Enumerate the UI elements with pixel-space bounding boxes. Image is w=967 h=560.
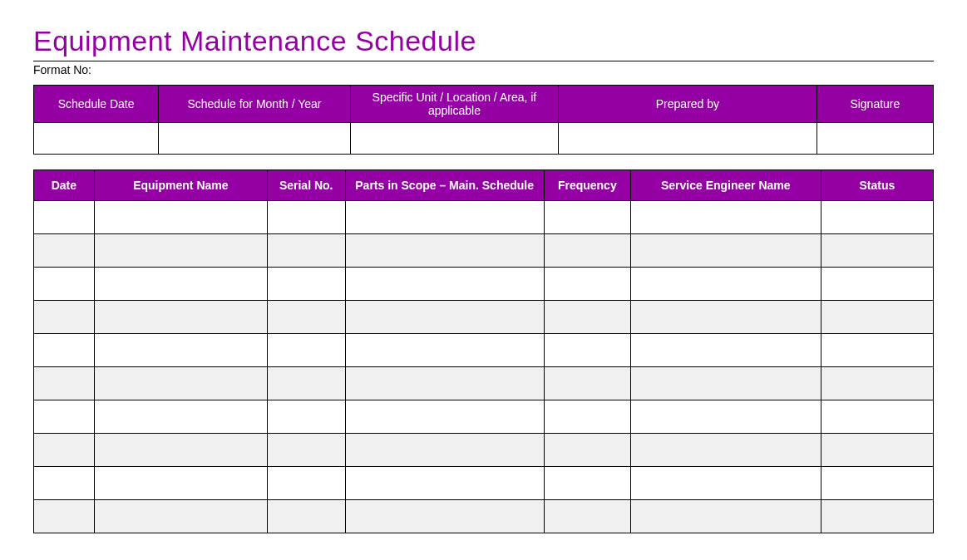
cell-date[interactable] bbox=[34, 234, 95, 268]
cell-frequency[interactable] bbox=[544, 268, 630, 301]
table-row bbox=[34, 234, 934, 268]
cell-serial[interactable] bbox=[267, 400, 345, 434]
cell-frequency[interactable] bbox=[544, 467, 630, 500]
meta-header-signature: Signature bbox=[817, 86, 933, 123]
cell-status[interactable] bbox=[821, 334, 933, 367]
meta-header-schedule-for: Schedule for Month / Year bbox=[159, 86, 350, 123]
cell-engineer[interactable] bbox=[630, 467, 821, 500]
cell-serial[interactable] bbox=[267, 467, 345, 500]
cell-date[interactable] bbox=[34, 434, 95, 467]
cell-frequency[interactable] bbox=[544, 234, 630, 268]
cell-engineer[interactable] bbox=[630, 500, 821, 533]
cell-serial[interactable] bbox=[267, 234, 345, 268]
meta-header-prepared-by: Prepared by bbox=[559, 86, 817, 123]
cell-serial[interactable] bbox=[267, 367, 345, 400]
cell-frequency[interactable] bbox=[544, 367, 630, 400]
cell-date[interactable] bbox=[34, 467, 95, 500]
cell-frequency[interactable] bbox=[544, 334, 630, 367]
cell-parts[interactable] bbox=[345, 201, 544, 234]
main-header-equipment: Equipment Name bbox=[94, 170, 267, 201]
cell-equipment[interactable] bbox=[94, 201, 267, 234]
cell-status[interactable] bbox=[821, 500, 933, 533]
meta-cell-schedule-for[interactable] bbox=[159, 123, 350, 155]
table-row bbox=[34, 434, 934, 467]
cell-engineer[interactable] bbox=[630, 301, 821, 334]
cell-serial[interactable] bbox=[267, 334, 345, 367]
cell-date[interactable] bbox=[34, 201, 95, 234]
cell-parts[interactable] bbox=[345, 234, 544, 268]
cell-equipment[interactable] bbox=[94, 268, 267, 301]
cell-parts[interactable] bbox=[345, 268, 544, 301]
cell-date[interactable] bbox=[34, 500, 95, 533]
table-row bbox=[34, 334, 934, 367]
meta-cell-signature[interactable] bbox=[817, 123, 933, 155]
cell-equipment[interactable] bbox=[94, 467, 267, 500]
cell-equipment[interactable] bbox=[94, 400, 267, 434]
title-divider bbox=[33, 61, 934, 61]
cell-status[interactable] bbox=[821, 434, 933, 467]
page-title: Equipment Maintenance Schedule bbox=[33, 25, 934, 57]
meta-cell-schedule-date[interactable] bbox=[34, 123, 159, 155]
main-header-parts: Parts in Scope – Main. Schedule bbox=[345, 170, 544, 201]
cell-status[interactable] bbox=[821, 367, 933, 400]
cell-serial[interactable] bbox=[267, 268, 345, 301]
cell-parts[interactable] bbox=[345, 500, 544, 533]
cell-status[interactable] bbox=[821, 467, 933, 500]
cell-equipment[interactable] bbox=[94, 301, 267, 334]
cell-frequency[interactable] bbox=[544, 434, 630, 467]
cell-equipment[interactable] bbox=[94, 500, 267, 533]
cell-engineer[interactable] bbox=[630, 201, 821, 234]
cell-parts[interactable] bbox=[345, 367, 544, 400]
cell-engineer[interactable] bbox=[630, 434, 821, 467]
format-no-label: Format No: bbox=[33, 63, 934, 76]
cell-equipment[interactable] bbox=[94, 334, 267, 367]
table-row bbox=[34, 500, 934, 533]
cell-status[interactable] bbox=[821, 400, 933, 434]
cell-serial[interactable] bbox=[267, 301, 345, 334]
cell-frequency[interactable] bbox=[544, 500, 630, 533]
cell-date[interactable] bbox=[34, 367, 95, 400]
cell-equipment[interactable] bbox=[94, 434, 267, 467]
meta-cell-unit[interactable] bbox=[350, 123, 558, 155]
cell-date[interactable] bbox=[34, 301, 95, 334]
table-row bbox=[34, 201, 934, 234]
main-header-status: Status bbox=[821, 170, 933, 201]
cell-status[interactable] bbox=[821, 201, 933, 234]
cell-status[interactable] bbox=[821, 301, 933, 334]
cell-serial[interactable] bbox=[267, 434, 345, 467]
meta-header-schedule-date: Schedule Date bbox=[34, 86, 159, 123]
cell-engineer[interactable] bbox=[630, 400, 821, 434]
main-table: Date Equipment Name Serial No. Parts in … bbox=[33, 169, 934, 533]
cell-status[interactable] bbox=[821, 268, 933, 301]
cell-parts[interactable] bbox=[345, 400, 544, 434]
meta-table: Schedule Date Schedule for Month / Year … bbox=[33, 85, 934, 155]
table-row bbox=[34, 400, 934, 434]
cell-equipment[interactable] bbox=[94, 367, 267, 400]
cell-engineer[interactable] bbox=[630, 234, 821, 268]
cell-serial[interactable] bbox=[267, 500, 345, 533]
main-header-frequency: Frequency bbox=[544, 170, 630, 201]
cell-frequency[interactable] bbox=[544, 400, 630, 434]
cell-parts[interactable] bbox=[345, 334, 544, 367]
table-row bbox=[34, 467, 934, 500]
cell-frequency[interactable] bbox=[544, 301, 630, 334]
cell-date[interactable] bbox=[34, 400, 95, 434]
cell-parts[interactable] bbox=[345, 301, 544, 334]
table-row bbox=[34, 301, 934, 334]
cell-status[interactable] bbox=[821, 234, 933, 268]
main-header-serial: Serial No. bbox=[267, 170, 345, 201]
table-row bbox=[34, 268, 934, 301]
cell-parts[interactable] bbox=[345, 434, 544, 467]
cell-serial[interactable] bbox=[267, 201, 345, 234]
cell-engineer[interactable] bbox=[630, 268, 821, 301]
cell-frequency[interactable] bbox=[544, 201, 630, 234]
cell-engineer[interactable] bbox=[630, 367, 821, 400]
meta-cell-prepared-by[interactable] bbox=[559, 123, 817, 155]
main-header-date: Date bbox=[34, 170, 95, 201]
cell-date[interactable] bbox=[34, 268, 95, 301]
cell-equipment[interactable] bbox=[94, 234, 267, 268]
cell-date[interactable] bbox=[34, 334, 95, 367]
main-header-engineer: Service Engineer Name bbox=[630, 170, 821, 201]
cell-parts[interactable] bbox=[345, 467, 544, 500]
cell-engineer[interactable] bbox=[630, 334, 821, 367]
